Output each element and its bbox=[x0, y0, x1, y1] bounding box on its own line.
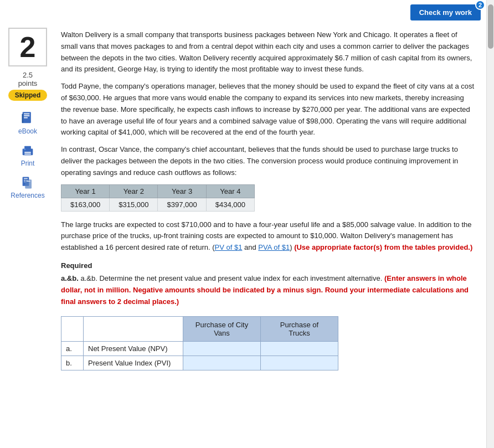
savings-val-year3: $397,000 bbox=[158, 198, 206, 211]
points-text: points bbox=[18, 79, 38, 87]
row-b-city-vans-cell[interactable] bbox=[183, 356, 261, 370]
savings-col-year4: Year 4 bbox=[206, 184, 254, 198]
row-a-trucks-cell[interactable] bbox=[261, 342, 338, 356]
savings-table: Year 1 Year 2 Year 3 Year 4 $163,000 $31… bbox=[61, 184, 255, 212]
answer-col-trucks: Purchase ofTrucks bbox=[261, 317, 338, 342]
ab-instruction-plain: a.&b. Determine the net present value an… bbox=[80, 274, 382, 282]
row-a-desc: Net Present Value (NPV) bbox=[84, 342, 183, 356]
ebook-button[interactable]: eBook bbox=[18, 111, 37, 135]
check-my-work-label: Check my work bbox=[419, 8, 472, 17]
ab-prefix: a.&b. bbox=[61, 274, 79, 282]
row-b-label: b. bbox=[61, 356, 84, 370]
paragraph4: The large trucks are expected to cost $7… bbox=[61, 219, 475, 254]
print-button[interactable]: Print bbox=[20, 143, 35, 167]
svg-rect-2 bbox=[24, 115, 30, 116]
svg-rect-4 bbox=[22, 114, 23, 123]
svg-rect-9 bbox=[24, 149, 26, 150]
question-number: 2 bbox=[8, 28, 47, 66]
points-label: 2.5 points bbox=[18, 71, 38, 87]
scrollbar[interactable] bbox=[486, 0, 494, 448]
table-row: a. Net Present Value (NPV) bbox=[61, 342, 338, 356]
svg-rect-7 bbox=[24, 152, 31, 153]
top-bar: Check my work 2 bbox=[0, 0, 486, 25]
paragraph1: Walton Delivery is a small company that … bbox=[61, 29, 475, 75]
check-my-work-button[interactable]: Check my work 2 bbox=[410, 4, 481, 20]
svg-rect-8 bbox=[24, 153, 31, 155]
row-b-trucks-input[interactable] bbox=[266, 359, 332, 367]
ebook-icon bbox=[20, 111, 35, 126]
print-label: Print bbox=[21, 159, 35, 167]
table-row: b. Present Value Index (PVI) bbox=[61, 356, 338, 370]
references-button[interactable]: References bbox=[11, 175, 44, 199]
row-a-trucks-input[interactable] bbox=[266, 344, 332, 353]
ebook-label: eBook bbox=[18, 127, 37, 135]
left-sidebar: 2 2.5 points Skipped eBook bbox=[0, 25, 55, 382]
savings-col-year1: Year 1 bbox=[61, 184, 110, 198]
paragraph2: Todd Payne, the company's operations man… bbox=[61, 81, 475, 138]
svg-rect-3 bbox=[24, 117, 28, 119]
points-value: 2.5 bbox=[23, 71, 33, 79]
row-a-city-vans-cell[interactable] bbox=[183, 342, 261, 356]
svg-rect-1 bbox=[24, 114, 30, 115]
answer-col-city-vans: Purchase of CityVans bbox=[183, 317, 261, 342]
row-a-label: a. bbox=[61, 342, 84, 356]
paragraph3: In contrast, Oscar Vance, the company's … bbox=[61, 144, 475, 178]
answer-table: Purchase of CityVans Purchase ofTrucks a… bbox=[61, 316, 338, 370]
references-label: References bbox=[11, 192, 44, 199]
notification-badge: 2 bbox=[475, 0, 485, 10]
savings-col-year3: Year 3 bbox=[158, 184, 206, 198]
svg-rect-15 bbox=[27, 181, 30, 182]
savings-val-year2: $315,000 bbox=[110, 198, 158, 211]
pv-of-1-link[interactable]: PV of $1 bbox=[215, 243, 243, 251]
row-b-city-vans-input[interactable] bbox=[189, 359, 255, 367]
ab-instruction: a.&b. a.&b. Determine the net present va… bbox=[61, 273, 475, 307]
savings-val-year1: $163,000 bbox=[61, 198, 110, 211]
row-a-city-vans-input[interactable] bbox=[189, 344, 255, 353]
answer-col-empty2 bbox=[84, 317, 183, 342]
print-icon bbox=[20, 143, 35, 158]
savings-val-year4: $434,000 bbox=[206, 198, 254, 211]
required-label: Required bbox=[61, 261, 475, 270]
pv-note: (Use appropriate factor(s) from the tabl… bbox=[294, 243, 472, 251]
svg-rect-11 bbox=[24, 178, 28, 179]
content-area: Walton Delivery is a small company that … bbox=[55, 25, 486, 382]
answer-col-empty1 bbox=[61, 317, 84, 342]
references-icon bbox=[20, 175, 35, 190]
row-b-desc: Present Value Index (PVI) bbox=[84, 356, 183, 370]
row-b-trucks-cell[interactable] bbox=[261, 356, 338, 370]
pva-of-1-link[interactable]: PVA of $1 bbox=[258, 243, 290, 251]
scrollbar-thumb[interactable] bbox=[488, 4, 493, 49]
skipped-badge: Skipped bbox=[8, 90, 48, 101]
savings-col-year2: Year 2 bbox=[110, 184, 158, 198]
main-layout: 2 2.5 points Skipped eBook bbox=[0, 25, 486, 393]
